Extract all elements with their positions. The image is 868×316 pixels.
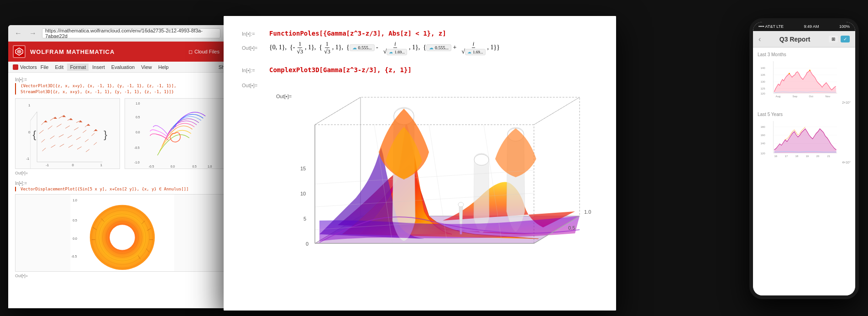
svg-text:1: 1 xyxy=(28,103,30,107)
menu-help[interactable]: Help xyxy=(156,63,172,71)
svg-text:0.5: 0.5 xyxy=(568,225,575,231)
main-cell1-in: In[•]:= FunctionPoles[{Gamma[z^3-z/3], A… xyxy=(242,30,598,37)
menu-edit[interactable]: Edit xyxy=(52,63,66,71)
cell2-in-label: In[•]:= xyxy=(15,181,230,186)
svg-text:-1: -1 xyxy=(26,157,29,161)
svg-text:5: 5 xyxy=(303,216,306,221)
svg-text:135: 135 xyxy=(761,74,766,76)
svg-text:0.0: 0.0 xyxy=(73,237,77,240)
battery-text: 100% xyxy=(839,24,850,29)
phone-screen: •••• AT&T LTE 9:49 AM 100% ‹ Q3 Report ⊞… xyxy=(753,22,855,295)
svg-text:1.0: 1.0 xyxy=(73,199,77,202)
svg-text:15: 15 xyxy=(300,166,306,171)
svg-text:-0.5: -0.5 xyxy=(71,255,77,258)
svg-text:120: 120 xyxy=(761,152,766,155)
svg-text:140: 140 xyxy=(761,67,766,69)
svg-text:Sep: Sep xyxy=(793,95,798,98)
svg-text:-1: -1 xyxy=(46,163,49,167)
main-cell2-code: ComplexPlot3D[Gamma[z^3-z/3], {z, 1}] xyxy=(269,66,412,74)
main-cell2-in-label: In[•]:= xyxy=(242,68,265,73)
svg-text:-1.0: -1.0 xyxy=(134,161,140,164)
back-button[interactable]: ← xyxy=(13,29,24,37)
svg-rect-2 xyxy=(13,64,18,70)
svg-text:0.5: 0.5 xyxy=(136,116,140,119)
svg-text:19: 19 xyxy=(806,155,809,158)
svg-point-127 xyxy=(809,70,810,71)
browser-chrome: ← → https://mathematica.wolframcloud.com… xyxy=(8,25,236,62)
cloud-btn-2[interactable]: ☁1.69... xyxy=(387,49,407,55)
cell1-input: {VectorPlot3D[{z, x, x+y}, {x, -1, 1}, {… xyxy=(15,83,230,95)
phone-back-button[interactable]: ‹ xyxy=(758,35,761,43)
phone-nav-bar: ‹ Q3 Report ⊞ ✓ xyxy=(753,31,855,47)
svg-text:140: 140 xyxy=(761,142,766,145)
chart1-container: 140 135 130 125 120 Aug Sep Oct Nov xyxy=(758,59,851,100)
mobile-phone: •••• AT&T LTE 9:49 AM 100% ‹ Q3 Report ⊞… xyxy=(749,18,859,299)
cloud-btn-3[interactable]: ☁0.555... xyxy=(426,44,451,51)
svg-text:20: 20 xyxy=(816,155,820,158)
cloud-btn-1[interactable]: ☁0.555... xyxy=(350,44,375,51)
svg-text:16: 16 xyxy=(774,155,778,158)
main-cell1-in-label: In[•]:= xyxy=(242,31,265,37)
main-cell1-code: FunctionPoles[{Gamma[z^3-z/3], Abs[z] < … xyxy=(269,30,446,37)
svg-text:1.0: 1.0 xyxy=(208,165,212,168)
svg-text:1: 1 xyxy=(100,163,102,167)
svg-text:10: 10 xyxy=(300,191,306,196)
plots-grid: 1 0 -1 1 0 -1 xyxy=(15,98,230,169)
svg-point-126 xyxy=(789,73,790,74)
browser-top-bar: ← → https://mathematica.wolframcloud.com… xyxy=(8,25,236,42)
svg-point-93 xyxy=(474,154,489,165)
svg-text:-0.5: -0.5 xyxy=(149,165,154,168)
svg-text:Out[•]=: Out[•]= xyxy=(276,94,292,99)
svg-text:0: 0 xyxy=(28,131,30,135)
svg-text:0.5: 0.5 xyxy=(192,165,197,168)
forward-button[interactable]: → xyxy=(27,29,38,37)
section-label: Vectors xyxy=(13,64,37,70)
url-text: https://mathematica.wolframcloud.com/env… xyxy=(45,28,217,39)
complex-3d-plot: 0 5 10 15 1.0 0.5 Out[•]= xyxy=(269,79,598,271)
phone-nav-title: Q3 Report xyxy=(779,36,810,43)
wolfram-title: WOLFRAM MATHEMATICA xyxy=(30,48,184,55)
svg-point-67 xyxy=(110,225,135,250)
svg-text:21: 21 xyxy=(827,155,831,158)
cell1-in-label: In[•]:= xyxy=(15,77,230,82)
svg-text:{: { xyxy=(33,128,37,140)
wolfram-logo xyxy=(13,45,26,58)
phone-icon-check[interactable]: ✓ xyxy=(841,36,850,42)
svg-text:125: 125 xyxy=(761,87,766,90)
background-scene: ← → https://mathematica.wolframcloud.com… xyxy=(0,0,868,316)
menu-view[interactable]: View xyxy=(138,63,155,71)
svg-text:Oct: Oct xyxy=(809,95,814,98)
chart2-section: Last 5 Years xyxy=(758,112,851,164)
svg-text:18: 18 xyxy=(795,155,799,158)
phone-icon-grid[interactable]: ⊞ xyxy=(829,36,838,42)
main-cell1-out-label: Out[•]= xyxy=(242,45,265,51)
svg-point-91 xyxy=(458,202,464,207)
menu-insert[interactable]: Insert xyxy=(89,63,108,71)
svg-text:1.0: 1.0 xyxy=(136,102,140,105)
main-cell2-in: In[•]:= ComplexPlot3D[Gamma[z^3-z/3], {z… xyxy=(242,66,598,74)
torus-plot-box: 1.0 0.5 0.0 -0.5 xyxy=(15,194,230,272)
menu-format[interactable]: Format xyxy=(67,63,89,71)
main-notebook-content: In[•]:= FunctionPoles[{Gamma[z^3-z/3], A… xyxy=(224,16,616,311)
url-bar[interactable]: https://mathematica.wolframcloud.com/env… xyxy=(42,28,220,38)
main-cell2-out-container: Out[•]= xyxy=(242,79,598,271)
chart2-label: Last 5 Years xyxy=(758,112,851,117)
svg-text:0: 0 xyxy=(306,241,309,247)
svg-text:180: 180 xyxy=(761,126,766,128)
chart2-note: 4×10⁷ xyxy=(758,161,851,164)
svg-marker-1 xyxy=(17,49,21,54)
cloud-btn-4[interactable]: ☁1.69... xyxy=(465,49,486,55)
stream-plot-box: 1.0 0.5 0.0 -0.5 -1.0 -0.5 0.0 0.5 1.0 xyxy=(125,98,230,169)
menu-evaluation[interactable]: Evaluation xyxy=(109,63,137,71)
svg-text:Aug: Aug xyxy=(776,95,781,98)
svg-rect-50 xyxy=(133,99,220,169)
svg-text:160: 160 xyxy=(761,134,766,137)
output-label-2: Out[•]= xyxy=(15,274,230,278)
wolfram-menubar: WOLFRAM MATHEMATICA ◻ Cloud Files 🔍 xyxy=(8,42,236,62)
menu-file[interactable]: File xyxy=(38,63,52,71)
notebook-content: In[•]:= {VectorPlot3D[{z, x, x+y}, {x, -… xyxy=(8,73,236,308)
chart1-section: Last 3 Months xyxy=(758,52,851,105)
main-notebook-window: In[•]:= FunctionPoles[{Gamma[z^3-z/3], A… xyxy=(224,16,616,311)
cloud-files-button[interactable]: ◻ Cloud Files xyxy=(188,49,220,55)
svg-text:130: 130 xyxy=(761,80,766,83)
